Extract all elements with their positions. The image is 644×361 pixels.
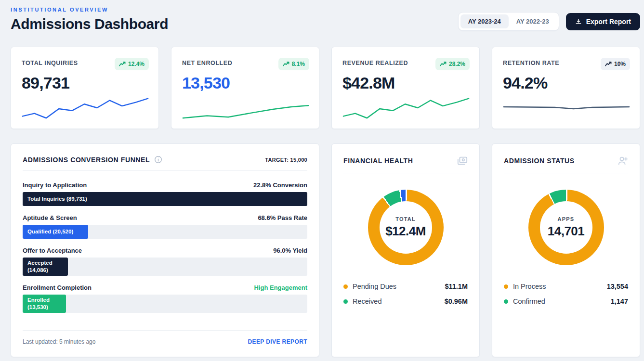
toggle-ay-2022-23[interactable]: AY 2022-23 — [509, 14, 557, 28]
banknote-icon — [457, 155, 468, 166]
financial-legend: Pending Dues $11.1M Received $0.96M — [343, 283, 468, 305]
legend-dot — [504, 284, 508, 289]
funnel-bar-track: Qualified (20,520) — [23, 225, 307, 239]
funnel-rows: Inquiry to Application 22.8% Conversion … — [23, 181, 307, 321]
kpi-card-retention-rate: RETENTION RATE 10% 94.2% — [492, 47, 640, 129]
kpi-card-revenue-realized: REVENUE REALIZED 28.2% $42.8M — [331, 47, 480, 129]
kpi-value: 13,530 — [182, 74, 309, 92]
kpi-grid: TOTAL INQUIRIES 12.4% 89,731 NET ENROLLE… — [11, 47, 640, 129]
sparkline-chart — [342, 94, 470, 122]
user-plus-icon — [618, 155, 628, 166]
stage-metric: 96.0% Yield — [273, 247, 307, 254]
financial-health-title: FINANCIAL HEALTH — [343, 157, 413, 165]
funnel-row-enrollment-completion: Enrollment Completion High Engagement En… — [23, 284, 307, 313]
trend-badge: 12.4% — [115, 58, 149, 70]
last-updated-text: Last updated: 5 minutes ago — [23, 338, 95, 345]
header-titles: INSTITUTIONAL OVERVIEW Admissions Dashbo… — [11, 7, 168, 32]
eyebrow-label: INSTITUTIONAL OVERVIEW — [11, 7, 168, 13]
financial-health-card: FINANCIAL HEALTH TOTAL $12.4M Pending Du… — [331, 143, 480, 357]
legend-item-pending-dues: Pending Dues $11.1M — [343, 283, 468, 290]
kpi-value: 89,731 — [22, 74, 149, 92]
deep-dive-report-link[interactable]: DEEP DIVE REPORT — [248, 338, 307, 345]
dashboard-page: INSTITUTIONAL OVERVIEW Admissions Dashbo… — [0, 0, 644, 357]
donut-center-label: APPS — [558, 216, 575, 222]
legend-item-confirmed: Confirmed 1,147 — [504, 297, 628, 305]
donut-center-label: TOTAL — [395, 216, 416, 222]
toggle-ay-2023-24[interactable]: AY 2023-24 — [460, 14, 509, 28]
trending-up-icon — [283, 62, 289, 66]
legend-dot — [343, 284, 348, 289]
stage-metric: 22.8% Conversion — [253, 181, 307, 189]
stage-label: Enrollment Completion — [23, 284, 92, 291]
funnel-bar-track: Enrolled (13,530) — [23, 295, 307, 313]
trend-badge: 10% — [601, 58, 630, 70]
page-header: INSTITUTIONAL OVERVIEW Admissions Dashbo… — [11, 7, 640, 32]
trending-up-icon — [119, 62, 126, 66]
funnel-bar-label: Total Inquiries (89,731) — [27, 195, 87, 203]
admission-status-card: ADMISSION STATUS APPS 14,701 In Process — [492, 143, 640, 357]
trend-badge: 8.1% — [278, 58, 309, 70]
trend-badge: 28.2% — [435, 58, 470, 70]
donut-center-value: $12.4M — [385, 224, 426, 239]
funnel-row-aptitude-screen: Aptitude & Screen 68.6% Pass Rate Qualif… — [23, 214, 307, 239]
trending-up-icon — [605, 62, 612, 66]
kpi-card-net-enrolled: NET ENROLLED 8.1% 13,530 — [171, 47, 319, 129]
kpi-value: $42.8M — [342, 74, 470, 92]
admissions-conversion-funnel-card: ADMISSIONS CONVERSION FUNNEL TARGET: 15,… — [11, 143, 319, 357]
funnel-bar: Enrolled (13,530) — [23, 295, 66, 313]
financial-donut-chart: TOTAL $12.4M — [368, 190, 444, 265]
kpi-label: TOTAL INQUIRIES — [22, 58, 78, 66]
target-label: TARGET: 15,000 — [265, 157, 307, 163]
kpi-card-total-inquiries: TOTAL INQUIRIES 12.4% 89,731 — [11, 47, 159, 129]
info-icon[interactable] — [154, 155, 162, 164]
kpi-label: RETENTION RATE — [503, 58, 559, 66]
stage-label: Aptitude & Screen — [23, 214, 77, 221]
donut-center-value: 14,701 — [548, 224, 585, 239]
funnel-bar: Accepted (14,086) — [23, 258, 68, 276]
legend-dot — [504, 299, 508, 304]
funnel-row-offer-to-acceptance: Offer to Acceptance 96.0% Yield Accepted… — [23, 247, 307, 276]
export-report-label: Export Report — [586, 18, 631, 26]
admission-legend: In Process 13,554 Confirmed 1,147 — [504, 283, 628, 305]
admission-donut-chart: APPS 14,701 — [528, 190, 604, 265]
page-title: Admissions Dashboard — [11, 16, 168, 32]
stage-metric: 68.6% Pass Rate — [258, 214, 307, 221]
legend-item-in-process: In Process 13,554 — [504, 283, 628, 290]
funnel-title: ADMISSIONS CONVERSION FUNNEL — [23, 156, 150, 164]
export-report-button[interactable]: Export Report — [566, 13, 640, 30]
funnel-row-inquiry-to-application: Inquiry to Application 22.8% Conversion … — [23, 181, 307, 206]
stage-label: Offer to Acceptance — [23, 247, 82, 254]
funnel-bar-label: Qualified (20,520) — [27, 228, 73, 235]
legend-dot — [343, 299, 348, 304]
funnel-footer: Last updated: 5 minutes ago DEEP DIVE RE… — [23, 330, 307, 345]
sparkline-chart — [22, 94, 149, 122]
funnel-bar-label: Accepted (14,086) — [27, 259, 63, 274]
header-actions: AY 2023-24 AY 2022-23 Export Report — [458, 12, 640, 31]
legend-item-received: Received $0.96M — [343, 297, 468, 305]
main-grid: ADMISSIONS CONVERSION FUNNEL TARGET: 15,… — [11, 143, 640, 357]
admission-status-title: ADMISSION STATUS — [504, 157, 575, 165]
funnel-bar-track: Total Inquiries (89,731) — [23, 192, 307, 206]
academic-year-toggle: AY 2023-24 AY 2022-23 — [458, 12, 559, 31]
trending-up-icon — [440, 62, 447, 66]
kpi-label: REVENUE REALIZED — [342, 58, 408, 66]
funnel-bar-label: Enrolled (13,530) — [27, 297, 61, 311]
sparkline-chart — [182, 94, 309, 122]
kpi-value: 94.2% — [503, 74, 630, 92]
download-icon — [575, 18, 582, 25]
stage-metric: High Engagement — [254, 284, 307, 291]
sparkline-chart — [503, 94, 630, 122]
funnel-bar-track: Accepted (14,086) — [23, 258, 307, 276]
funnel-bar: Total Inquiries (89,731) — [23, 192, 307, 206]
stage-label: Inquiry to Application — [23, 181, 87, 189]
funnel-bar: Qualified (20,520) — [23, 225, 88, 239]
kpi-label: NET ENROLLED — [182, 58, 232, 66]
